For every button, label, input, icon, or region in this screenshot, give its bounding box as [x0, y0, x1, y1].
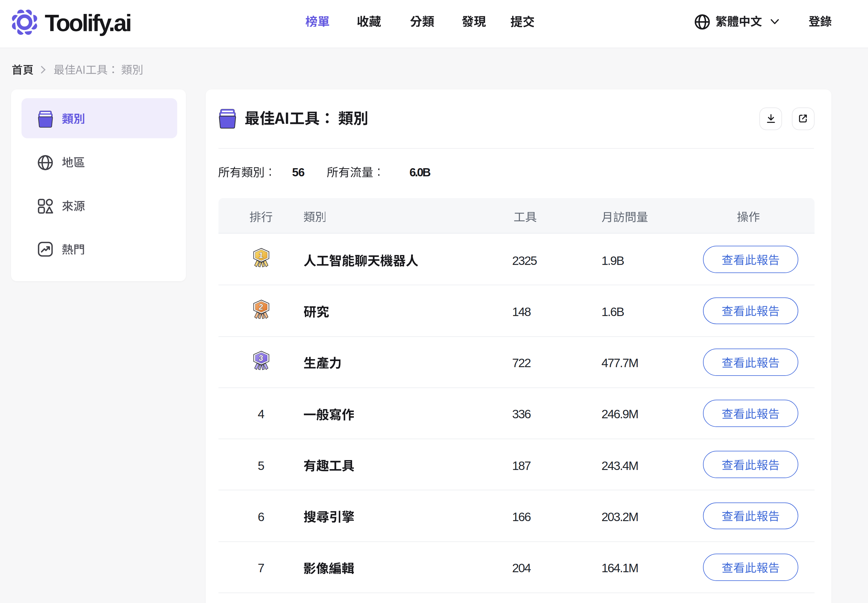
svg-text:3: 3 — [258, 354, 263, 362]
svg-text:2: 2 — [258, 302, 263, 311]
svg-text:1: 1 — [258, 251, 263, 260]
